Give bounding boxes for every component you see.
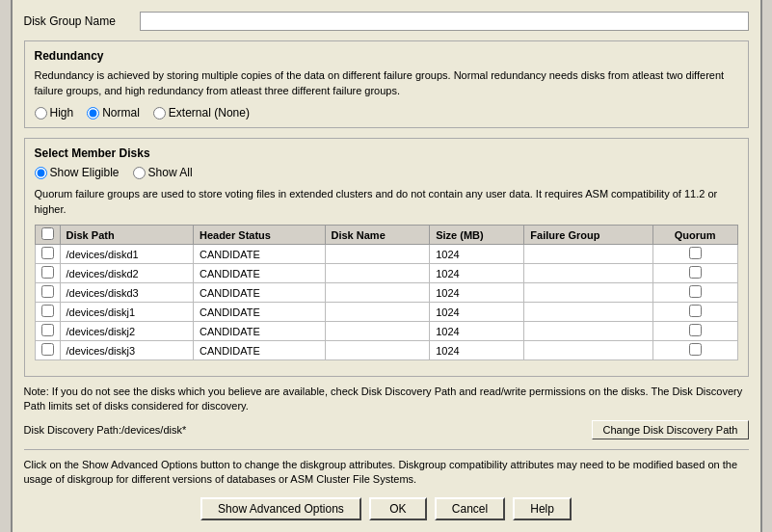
header-status-cell: CANDIDATE bbox=[193, 322, 325, 341]
disk-name-cell bbox=[325, 245, 430, 264]
col-header-disk-name: Disk Name bbox=[325, 226, 430, 245]
quorum-checkbox[interactable] bbox=[689, 266, 702, 279]
table-row: /devices/diskj1 CANDIDATE 1024 bbox=[35, 303, 737, 322]
redundancy-group: Redundancy Redundancy is achieved by sto… bbox=[24, 40, 749, 128]
disk-name-cell bbox=[325, 341, 430, 360]
table-row: /devices/diskj2 CANDIDATE 1024 bbox=[35, 322, 737, 341]
header-status-cell: CANDIDATE bbox=[193, 283, 325, 303]
select-all-checkbox[interactable] bbox=[41, 227, 54, 240]
disk-path-cell: /devices/diskj3 bbox=[60, 341, 193, 360]
col-header-header-status: Header Status bbox=[193, 226, 325, 245]
size-cell: 1024 bbox=[430, 303, 524, 322]
row-checkbox[interactable] bbox=[41, 247, 54, 259]
failure-group-cell bbox=[524, 283, 653, 303]
quorum-checkbox[interactable] bbox=[689, 247, 702, 259]
quorum-cell bbox=[652, 322, 737, 341]
redundancy-title: Redundancy bbox=[35, 49, 738, 63]
redundancy-external-radio[interactable] bbox=[153, 107, 166, 120]
show-all-label: Show All bbox=[148, 166, 193, 179]
disk-path-cell: /devices/diskd3 bbox=[60, 283, 193, 303]
redundancy-high-option[interactable]: High bbox=[35, 106, 74, 120]
quorum-checkbox[interactable] bbox=[689, 305, 702, 317]
help-button[interactable]: Help bbox=[513, 497, 572, 520]
col-header-failure-group: Failure Group bbox=[524, 226, 653, 245]
table-row: /devices/diskd3 CANDIDATE 1024 bbox=[35, 283, 737, 303]
bottom-buttons: Show Advanced Options OK Cancel Help bbox=[24, 497, 749, 520]
disk-path-cell: /devices/diskd2 bbox=[60, 264, 193, 283]
redundancy-high-label: High bbox=[50, 106, 74, 120]
note-text: Note: If you do not see the disks which … bbox=[24, 385, 749, 414]
select-member-title: Select Member Disks bbox=[35, 146, 738, 160]
cancel-button[interactable]: Cancel bbox=[435, 497, 505, 520]
disk-name-cell bbox=[325, 283, 430, 303]
quorum-checkbox[interactable] bbox=[689, 285, 702, 298]
redundancy-normal-label: Normal bbox=[102, 106, 140, 120]
redundancy-high-radio[interactable] bbox=[35, 107, 47, 120]
ok-button[interactable]: OK bbox=[369, 497, 427, 520]
disk-name-cell bbox=[325, 264, 430, 283]
show-eligible-radio[interactable] bbox=[35, 167, 47, 179]
advanced-note: Click on the Show Advanced Options butto… bbox=[24, 449, 749, 488]
quorum-cell bbox=[652, 264, 737, 283]
row-checkbox-cell bbox=[35, 264, 60, 283]
change-discovery-path-button[interactable]: Change Disk Discovery Path bbox=[592, 420, 748, 439]
size-cell: 1024 bbox=[430, 341, 524, 360]
show-advanced-button[interactable]: Show Advanced Options bbox=[200, 497, 361, 520]
disk-name-cell bbox=[325, 322, 430, 341]
redundancy-description: Redundancy is achieved by storing multip… bbox=[35, 68, 738, 98]
disk-group-name-row: Disk Group Name bbox=[24, 12, 749, 31]
row-checkbox[interactable] bbox=[41, 266, 54, 279]
disk-name-cell bbox=[325, 303, 430, 322]
header-status-cell: CANDIDATE bbox=[193, 245, 325, 264]
show-options-row: Show Eligible Show All bbox=[35, 166, 738, 179]
redundancy-external-option[interactable]: External (None) bbox=[153, 106, 250, 120]
failure-group-cell bbox=[524, 264, 653, 283]
quorum-checkbox[interactable] bbox=[689, 343, 702, 356]
disk-group-name-input[interactable] bbox=[140, 12, 749, 31]
quorum-cell bbox=[652, 303, 737, 322]
col-header-disk-path: Disk Path bbox=[60, 226, 193, 245]
row-checkbox[interactable] bbox=[41, 343, 54, 356]
show-all-radio[interactable] bbox=[133, 167, 146, 179]
table-row: /devices/diskd2 CANDIDATE 1024 bbox=[35, 264, 737, 283]
quorum-note: Quorum failure groups are used to store … bbox=[35, 187, 738, 217]
header-status-cell: CANDIDATE bbox=[193, 303, 325, 322]
size-cell: 1024 bbox=[430, 322, 524, 341]
show-eligible-label: Show Eligible bbox=[50, 166, 120, 179]
disk-table: Disk Path Header Status Disk Name Size (… bbox=[35, 225, 738, 360]
create-disk-group-dialog: Disk Group Name Redundancy Redundancy is… bbox=[11, 0, 762, 532]
failure-group-cell bbox=[524, 245, 653, 264]
col-header-check bbox=[35, 226, 60, 245]
discovery-path-row: Disk Discovery Path:/devices/disk* Chang… bbox=[24, 420, 749, 439]
table-row: /devices/diskd1 CANDIDATE 1024 bbox=[35, 245, 737, 264]
row-checkbox[interactable] bbox=[41, 324, 54, 336]
quorum-cell bbox=[652, 283, 737, 303]
show-all-option[interactable]: Show All bbox=[133, 166, 193, 179]
show-eligible-option[interactable]: Show Eligible bbox=[35, 166, 120, 179]
col-header-size: Size (MB) bbox=[430, 226, 524, 245]
size-cell: 1024 bbox=[430, 245, 524, 264]
row-checkbox-cell bbox=[35, 283, 60, 303]
header-status-cell: CANDIDATE bbox=[193, 264, 325, 283]
redundancy-external-label: External (None) bbox=[169, 106, 250, 120]
row-checkbox[interactable] bbox=[41, 285, 54, 298]
failure-group-cell bbox=[524, 303, 653, 322]
row-checkbox-cell bbox=[35, 245, 60, 264]
table-row: /devices/diskj3 CANDIDATE 1024 bbox=[35, 341, 737, 360]
redundancy-normal-option[interactable]: Normal bbox=[87, 106, 140, 120]
failure-group-cell bbox=[524, 322, 653, 341]
size-cell: 1024 bbox=[430, 283, 524, 303]
quorum-cell bbox=[652, 341, 737, 360]
redundancy-normal-radio[interactable] bbox=[87, 107, 99, 120]
header-status-cell: CANDIDATE bbox=[193, 341, 325, 360]
col-header-quorum: Quorum bbox=[652, 226, 737, 245]
redundancy-options: High Normal External (None) bbox=[35, 106, 738, 120]
row-checkbox-cell bbox=[35, 322, 60, 341]
disk-path-cell: /devices/diskd1 bbox=[60, 245, 193, 264]
row-checkbox[interactable] bbox=[41, 305, 54, 317]
row-checkbox-cell bbox=[35, 303, 60, 322]
quorum-cell bbox=[652, 245, 737, 264]
size-cell: 1024 bbox=[430, 264, 524, 283]
row-checkbox-cell bbox=[35, 341, 60, 360]
quorum-checkbox[interactable] bbox=[689, 324, 702, 336]
